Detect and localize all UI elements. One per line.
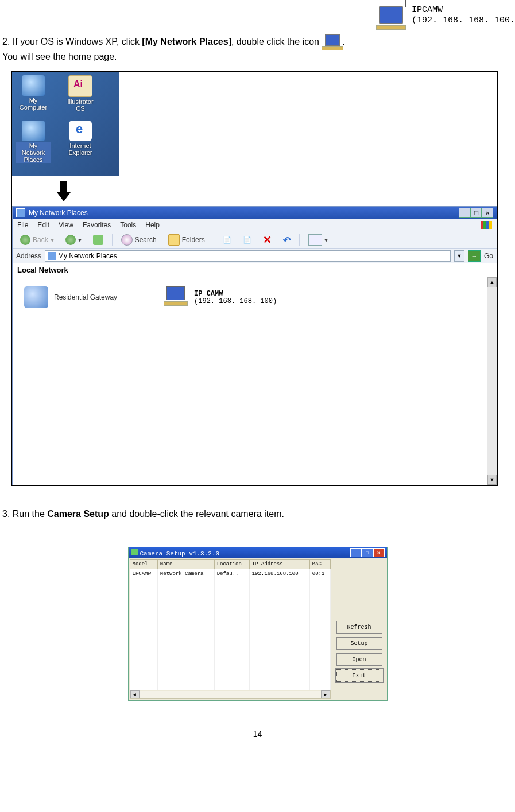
horizontal-scrollbar[interactable]: ◄ ► <box>130 690 331 699</box>
my-network-places-label: My Network Places <box>16 142 51 163</box>
menu-tools[interactable]: Tools <box>120 221 136 229</box>
intro-text-2: , double click the icon <box>231 37 322 46</box>
section3-suffix: and double-click the relevant camera ite… <box>109 509 284 519</box>
camera-setup-title: Camera Setup v1.3.2.0 <box>140 550 220 557</box>
windows-flag-icon <box>481 221 492 229</box>
table-row[interactable]: IPCAMWNetwork CameraDefau..192.168.168.1… <box>130 569 330 578</box>
table-row <box>130 647 330 655</box>
ipcam-item-sub: (192. 168. 168. 100) <box>194 298 277 306</box>
table-row <box>130 655 330 664</box>
top-ipcam-label: IPCAMW (192. 168. 168. 100. <box>374 1 515 30</box>
address-input[interactable]: My Network Places <box>45 250 451 262</box>
ipcam-subtitle: (192. 168. 168. 100. <box>412 15 515 26</box>
cs-minimize-button[interactable]: _ <box>350 548 362 557</box>
copy-to-button[interactable]: 📄 <box>239 234 255 246</box>
col-mac[interactable]: MAC <box>309 560 330 569</box>
views-button[interactable]: ▾ <box>304 232 332 247</box>
address-bar: Address My Network Places ▼ → Go <box>13 249 497 263</box>
back-button[interactable]: Back ▾ <box>16 233 58 247</box>
ipcam-inline-icon <box>322 34 342 50</box>
up-button[interactable] <box>89 233 107 247</box>
my-computer-label: My Computer <box>16 97 51 111</box>
open-button[interactable]: Open <box>336 653 382 666</box>
search-label: Search <box>135 236 157 244</box>
address-dropdown[interactable]: ▼ <box>454 250 464 262</box>
title-bar[interactable]: My Network Places _ ☐ ✕ <box>13 207 497 219</box>
ipcam-item-title: IP CAMW <box>194 290 277 298</box>
menu-favorites[interactable]: Favorites <box>83 221 111 229</box>
camera-list-table[interactable]: Model Name Location IP Address MAC IPCAM… <box>130 559 331 690</box>
forward-button[interactable]: ▾ <box>61 233 86 247</box>
my-computer-icon[interactable]: My Computer <box>16 75 51 112</box>
intro-text-3: You will see the home page. <box>2 52 117 61</box>
menu-view[interactable]: View <box>59 221 73 229</box>
address-label: Address <box>16 252 41 260</box>
table-row <box>130 630 330 638</box>
go-label: Go <box>484 252 493 260</box>
table-row <box>130 604 330 612</box>
refresh-button[interactable]: Refresh <box>336 621 382 634</box>
scroll-right-button[interactable]: ► <box>321 690 330 698</box>
scroll-down-button[interactable]: ▼ <box>487 475 497 485</box>
move-to-button[interactable]: 📄 <box>219 234 235 246</box>
col-location[interactable]: Location <box>214 560 249 569</box>
scroll-left-button[interactable]: ◄ <box>130 690 140 698</box>
content-area: Residential Gateway IP CAMW (192. 168. 1… <box>13 277 497 485</box>
my-network-places-icon[interactable]: My Network Places <box>16 121 51 163</box>
internet-explorer-icon[interactable]: Internet Explorer <box>63 121 98 163</box>
folders-button[interactable]: Folders <box>164 232 209 247</box>
col-ip[interactable]: IP Address <box>249 560 309 569</box>
menu-file[interactable]: F/*noop*/ile <box>17 221 28 229</box>
scroll-up-button[interactable]: ▲ <box>487 277 497 287</box>
address-icon <box>48 252 56 260</box>
search-button[interactable]: Search <box>117 232 161 247</box>
window-title: My Network Places <box>29 209 88 217</box>
table-row <box>130 638 330 647</box>
table-row <box>130 664 330 673</box>
ipcam-icon <box>374 1 408 30</box>
folders-label: Folders <box>182 236 205 244</box>
window-icon <box>16 208 25 217</box>
cs-close-button[interactable]: ✕ <box>373 548 385 557</box>
table-row <box>130 612 330 621</box>
go-button[interactable]: → <box>468 250 481 262</box>
desktop: My Computer Illustrator CS My Network Pl… <box>12 72 119 176</box>
setup-button[interactable]: Setup <box>336 637 382 650</box>
local-network-header: Local Network <box>13 263 497 277</box>
screenshot-2: Camera Setup v1.3.2.0 _ ☐ ✕ Model Name L… <box>0 547 515 701</box>
page-number: 14 <box>0 729 515 739</box>
illustrator-label: Illustrator CS <box>63 98 98 112</box>
table-row <box>130 595 330 604</box>
table-row <box>130 621 330 630</box>
ipcam-network-icon <box>163 286 188 309</box>
ipcam-network-item[interactable]: IP CAMW (192. 168. 168. 100) <box>163 286 277 309</box>
intro-bold: [My Network Places] <box>142 37 231 46</box>
maximize-button[interactable]: ☐ <box>470 208 482 218</box>
ipcam-title: IPCAMW <box>412 5 515 15</box>
intro-text-1: 2. If your OS is Windows XP, click <box>2 37 142 46</box>
table-row <box>130 673 330 681</box>
camera-setup-titlebar[interactable]: Camera Setup v1.3.2.0 _ ☐ ✕ <box>129 547 387 558</box>
back-label: Back <box>33 236 48 244</box>
cs-maximize-button[interactable]: ☐ <box>362 548 373 557</box>
residential-gateway-icon <box>24 286 48 308</box>
col-model[interactable]: Model <box>130 560 157 569</box>
my-network-places-window: My Network Places _ ☐ ✕ F/*noop*/ile Edi… <box>12 206 497 485</box>
table-row <box>130 578 330 586</box>
arrow-down-icon <box>57 181 71 203</box>
minimize-button[interactable]: _ <box>459 208 470 218</box>
camera-setup-window: Camera Setup v1.3.2.0 _ ☐ ✕ Model Name L… <box>128 547 388 701</box>
exit-button[interactable]: Exit <box>336 669 382 682</box>
table-row <box>130 586 330 595</box>
section3-bold: Camera Setup <box>47 509 109 519</box>
illustrator-icon[interactable]: Illustrator CS <box>63 75 98 112</box>
table-row <box>130 681 330 690</box>
col-name[interactable]: Name <box>157 560 214 569</box>
undo-button[interactable]: ↶ <box>279 233 295 247</box>
menu-help[interactable]: Help <box>145 221 160 229</box>
residential-gateway-item[interactable]: Residential Gateway <box>24 286 117 308</box>
menu-edit[interactable]: Edit <box>37 221 49 229</box>
vertical-scrollbar[interactable]: ▲ ▼ <box>487 277 497 485</box>
close-button[interactable]: ✕ <box>482 208 493 218</box>
delete-button[interactable]: ✕ <box>259 233 276 247</box>
